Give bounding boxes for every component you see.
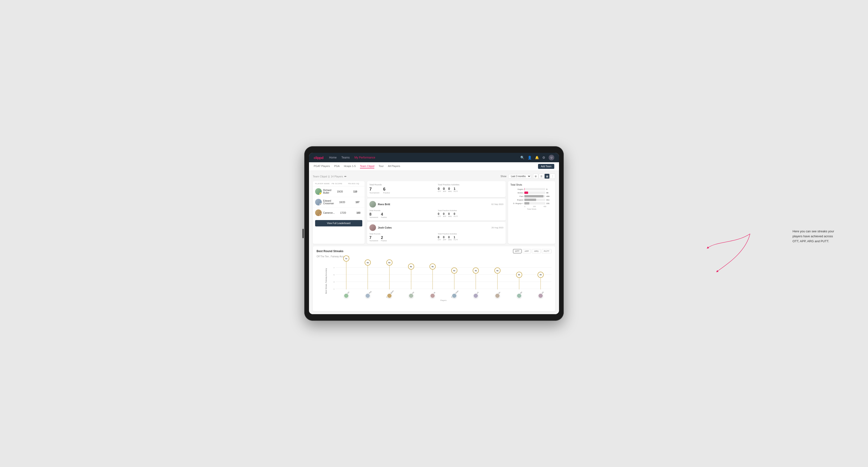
dot-bubble-6: 4x — [473, 268, 479, 274]
player-cards-area: Total Rounds 7 Tournament 6 Practice — [367, 181, 506, 244]
settings-view-button[interactable]: ⋮ — [550, 174, 555, 179]
nav-teams[interactable]: Teams — [341, 156, 349, 159]
lb-avg-2: 107 — [350, 201, 365, 204]
dot-bubble-0: 7x — [343, 255, 349, 261]
person-icon[interactable]: 👤 — [528, 156, 532, 159]
card-view-button[interactable]: ▦ — [545, 174, 550, 179]
bar-track-3 — [524, 198, 545, 201]
first-card-activities-label: Total Practice Activities — [438, 184, 503, 186]
lb-player-1: 1 Richard Butler — [315, 188, 332, 195]
subnav-team-clippd[interactable]: Team Clippd — [360, 165, 374, 168]
lb-name-1: Richard Butler — [323, 189, 332, 194]
lb-player-3: 3 Cameron... — [315, 210, 335, 216]
dot-bubble-5: 4x — [451, 268, 457, 274]
dot-line-0 — [346, 261, 346, 289]
subnav-hcaps[interactable]: Hcaps 1-5 — [344, 165, 356, 168]
filter-ott[interactable]: OTT — [513, 249, 522, 253]
lb-avg-3: 103 — [351, 212, 365, 214]
rank-badge-2: 2 — [319, 203, 322, 206]
bar-fill-3 — [524, 198, 536, 201]
rees-rounds-lbl: Total Rounds — [369, 210, 435, 212]
lb-row-2[interactable]: 2 Edward Crossman 18/20 107 — [313, 197, 365, 208]
josh-activities-lbl: Total Practice Activities — [438, 233, 503, 235]
player-card-first: Total Rounds 7 Tournament 6 Practice — [367, 181, 506, 197]
dot-avatar-7 — [495, 293, 500, 299]
nav-home[interactable]: Home — [329, 156, 337, 159]
pc-avatar-josh — [369, 224, 376, 231]
lb-name-3: Cameron... — [323, 212, 335, 214]
lb-avatar-3: 3 — [315, 210, 322, 216]
dot-line-7 — [497, 273, 498, 289]
bar-track-2 — [524, 195, 545, 197]
dot-line-6 — [476, 273, 476, 289]
filter-arg[interactable]: ARG — [532, 249, 541, 253]
bar-label-0: Eagles — [510, 188, 523, 190]
list-view-button[interactable]: ☰ — [539, 174, 544, 179]
bar-label-2: Pars — [510, 195, 523, 197]
josh-arg: 0ARG — [448, 236, 452, 241]
view-leaderboard-button[interactable]: View Full Leaderboard — [315, 220, 362, 226]
dot-line-9 — [540, 277, 541, 289]
period-select[interactable]: Last 3 months — [508, 174, 531, 179]
annotation-container: Here you can see streaks your players ha… — [793, 229, 840, 244]
pc-name-josh: Josh Coles — [378, 226, 392, 229]
y-label-1: 1 — [334, 288, 335, 290]
dot-avatar-1 — [365, 293, 370, 299]
lb-row-3[interactable]: 3 Cameron... 17/20 103 — [313, 208, 365, 218]
dot-bubble-8: 3x — [516, 272, 522, 278]
sub-nav: PGAT Players PGA Hcaps 1-5 Team Clippd T… — [309, 162, 559, 171]
search-icon[interactable]: 🔍 — [520, 156, 524, 159]
bell-icon[interactable]: 🔔 — [535, 156, 539, 159]
lb-col-player: PLAYER NAME — [315, 183, 332, 185]
first-card-practice-lbl: Practice — [383, 192, 390, 194]
bar-label-1: Birdies — [510, 192, 523, 194]
nav-performance[interactable]: My Performance — [354, 156, 375, 159]
y-label-3: 3 — [334, 281, 335, 283]
shot-chart-title: Total Shots — [510, 184, 553, 186]
bar-row-0: Eagles 3 — [510, 188, 553, 190]
dot-line-8 — [519, 277, 519, 289]
bar-fill-4 — [524, 202, 529, 205]
player-card-josh: Josh Coles 26 Aug 2023 Total Rounds 7 To… — [367, 222, 506, 244]
subnav-all-players[interactable]: All Players — [388, 165, 400, 168]
bar-row-3: Bogeys 311 — [510, 198, 553, 201]
pc-name-rees: Rees Britt — [378, 203, 390, 206]
subnav-pgat[interactable]: PGAT Players — [314, 165, 330, 168]
filter-app[interactable]: APP — [522, 249, 531, 253]
dot-avatar-3 — [408, 293, 414, 299]
rees-ott: 0OTT — [438, 212, 441, 217]
dot-bubble-1: 6x — [365, 259, 371, 266]
settings-icon[interactable]: ⚙ — [542, 156, 545, 159]
grid-view-button[interactable]: ⊞ — [533, 174, 538, 179]
leaderboard-panel: PLAYER NAME PB SCORE PB AVG SQ 1 Richard… — [313, 181, 365, 244]
y-axis-label-container: Best Streak, Fairway Accuracy — [316, 261, 335, 302]
sub-nav-links: PGAT Players PGA Hcaps 1-5 Team Clippd T… — [314, 165, 538, 168]
rees-arg: 0ARG — [448, 212, 452, 217]
team-title-area: Team Clippd | 14 Players ✏ — [313, 174, 346, 178]
dot-avatar-0 — [344, 293, 349, 299]
user-avatar[interactable]: U — [549, 155, 554, 160]
bar-value-2: 499 — [546, 195, 553, 197]
filter-putt[interactable]: PUTT — [542, 249, 552, 253]
rees-tournament: 8 Tournament — [369, 212, 378, 218]
lb-score-2: 18/20 — [334, 201, 350, 204]
bar-label-4: D. Bogeys + — [510, 203, 523, 205]
dot-bubble-7: 4x — [494, 268, 500, 274]
streaks-header: Best Round Streaks OTT APP ARG PUTT — [316, 249, 552, 253]
bar-fill-1 — [524, 191, 528, 194]
bar-chart: Total Shots Eagles 3 Birdies 96 Pars 499… — [510, 184, 553, 210]
bar-value-1: 96 — [546, 192, 553, 194]
first-card-tournament-lbl: Tournament — [369, 192, 379, 194]
subnav-pga[interactable]: PGA — [334, 165, 340, 168]
lb-row-1[interactable]: 1 Richard Butler 19/20 110 — [313, 186, 365, 197]
tablet-screen: clippd Home Teams My Performance 🔍 👤 🔔 ⚙… — [309, 153, 559, 314]
dot-avatar-6 — [473, 293, 478, 299]
rees-activities-lbl: Total Practice Activities — [438, 210, 503, 212]
lb-name-2: Edward Crossman — [323, 199, 334, 205]
subnav-tour[interactable]: Tour — [379, 165, 383, 168]
add-team-button[interactable]: Add Team — [538, 164, 554, 169]
dot-bubble-2: 6x — [386, 259, 393, 266]
dot-bubble-3: 5x — [408, 263, 414, 270]
lb-score-1: 19/20 — [332, 190, 348, 193]
first-card-arg: 0 ARG — [448, 187, 452, 192]
